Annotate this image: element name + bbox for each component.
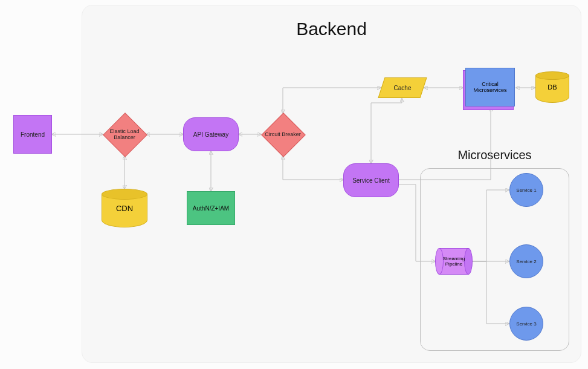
node-elb[interactable]: Elastic Load Balancer [103, 113, 146, 155]
node-label: Elastic Load Balancer [103, 113, 146, 155]
node-api-gateway[interactable]: API Gateway [183, 117, 239, 151]
node-cdn[interactable]: CDN [102, 189, 147, 227]
node-service-client[interactable]: Service Client [343, 163, 399, 197]
node-label: DB [535, 71, 569, 103]
node-label: CDN [102, 189, 147, 227]
node-label: Critical Microservices [468, 81, 512, 93]
node-label: AuthN/Z+IAM [193, 205, 229, 212]
node-cache[interactable]: Cache [381, 77, 424, 98]
microservices-title: Microservices [421, 148, 569, 162]
node-service-2[interactable]: Service 2 [509, 244, 543, 278]
node-frontend[interactable]: Frontend [13, 115, 52, 154]
node-label: Service 1 [516, 188, 536, 193]
node-streaming-pipeline[interactable]: Streaming Pipeline [436, 248, 472, 275]
backend-title: Backend [82, 19, 581, 39]
node-label: Service Client [352, 177, 390, 184]
node-service-1[interactable]: Service 1 [509, 173, 543, 207]
node-label: Cache [381, 77, 424, 98]
node-db[interactable]: DB [535, 71, 569, 103]
node-authnz[interactable]: AuthN/Z+IAM [187, 191, 235, 225]
node-service-3[interactable]: Service 3 [509, 307, 543, 341]
node-label: API Gateway [193, 131, 228, 138]
node-label: Service 2 [516, 259, 536, 264]
node-label: Service 3 [516, 321, 536, 327]
node-label: Frontend [21, 131, 45, 138]
stack-front: Critical Microservices [465, 68, 515, 106]
node-label: Streaming Pipeline [436, 248, 472, 275]
node-critical-microservices[interactable]: Critical Microservices [465, 68, 515, 106]
node-label: Circuit Breaker [262, 113, 304, 155]
node-circuit-breaker[interactable]: Circuit Breaker [262, 113, 304, 155]
